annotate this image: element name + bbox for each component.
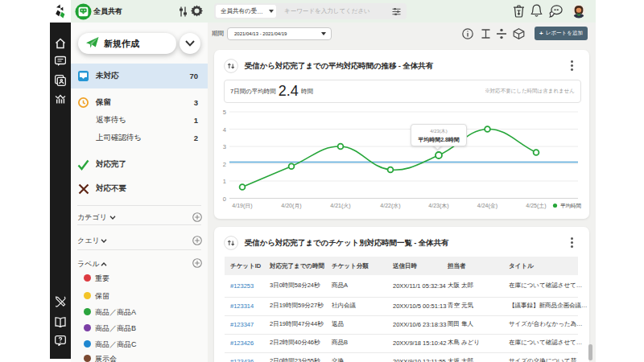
svg-text:4/23(木): 4/23(木) [428, 203, 448, 209]
svg-text:0: 0 [223, 195, 226, 203]
svg-text:3: 3 [223, 143, 226, 150]
svg-text:4/20(月): 4/20(月) [281, 203, 301, 209]
svg-text:1: 1 [223, 178, 226, 185]
svg-text:4/21(火): 4/21(火) [330, 203, 350, 209]
svg-text:平均時間: 平均時間 [560, 203, 581, 209]
svg-text:4/24(金): 4/24(金) [477, 203, 497, 209]
svg-text:4/19(日): 4/19(日) [232, 203, 252, 209]
svg-text:5: 5 [223, 109, 226, 116]
svg-text:2: 2 [223, 161, 226, 168]
svg-text:4/22(水): 4/22(水) [380, 203, 400, 209]
svg-text:4: 4 [223, 126, 226, 134]
svg-text:4/25(土): 4/25(土) [526, 203, 546, 209]
